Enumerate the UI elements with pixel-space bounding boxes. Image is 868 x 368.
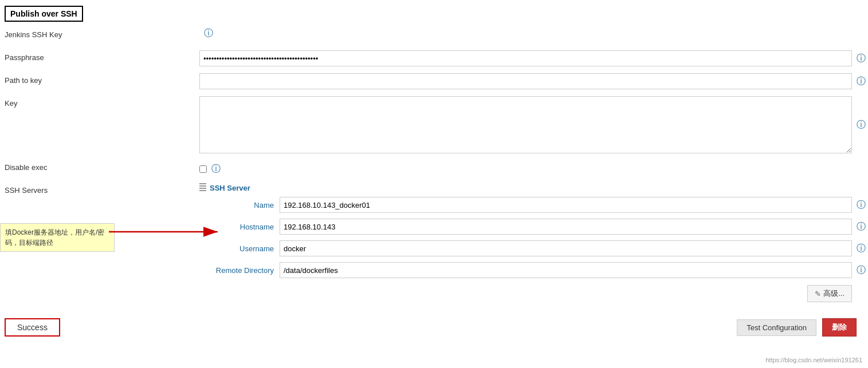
username-label: Username: [199, 244, 280, 253]
path-to-key-help-icon[interactable]: ⓘ: [857, 76, 868, 88]
annotation-text: 填Docker服务器地址，用户名/密码，目标端路径: [5, 228, 104, 247]
key-help-icon[interactable]: ⓘ: [857, 119, 868, 131]
hostname-label: Hostname: [199, 223, 280, 231]
passphrase-row: Passphrase ⓘ: [5, 50, 868, 66]
name-label: Name: [199, 201, 280, 209]
path-to-key-input[interactable]: [199, 73, 852, 89]
username-row: Username ⓘ: [199, 240, 868, 256]
path-to-key-label: Path to key: [5, 73, 199, 85]
delete-button[interactable]: 删除: [822, 318, 857, 337]
ssh-server-header-label: SSH Server: [210, 184, 250, 192]
remote-directory-help-icon[interactable]: ⓘ: [857, 264, 868, 276]
name-input[interactable]: [280, 197, 852, 213]
ssh-server-header: SSH Server: [199, 183, 868, 192]
name-help-icon[interactable]: ⓘ: [857, 199, 868, 211]
key-textarea[interactable]: [199, 96, 852, 153]
ssh-servers-label: SSH Servers: [5, 183, 199, 195]
bottom-bar: Success Test Configuration 删除: [0, 309, 868, 342]
ssh-servers-row: SSH Servers SSH Server Name ⓘ: [5, 183, 868, 302]
jenkins-ssh-key-label: Jenkins SSH Key: [5, 27, 199, 39]
jenkins-ssh-key-row: Jenkins SSH Key ⓘ: [5, 27, 868, 43]
hostname-input[interactable]: [280, 219, 852, 235]
advanced-button[interactable]: ✎ 高级...: [807, 285, 852, 302]
passphrase-help-icon[interactable]: ⓘ: [857, 53, 868, 65]
key-row: Key ⓘ: [5, 96, 868, 153]
passphrase-input[interactable]: [199, 50, 852, 66]
test-configuration-button[interactable]: Test Configuration: [737, 319, 816, 336]
ssh-server-fields: Name ⓘ Hostname ⓘ: [199, 197, 868, 278]
disable-exec-row: Disable exec ⓘ: [5, 160, 868, 176]
success-badge: Success: [5, 318, 60, 337]
username-input[interactable]: [280, 240, 852, 256]
key-label: Key: [5, 96, 199, 108]
drag-handle-icon[interactable]: [199, 183, 206, 192]
remote-directory-input[interactable]: [280, 262, 852, 278]
path-to-key-row: Path to key ⓘ: [5, 73, 868, 89]
hostname-row: Hostname ⓘ: [199, 219, 868, 235]
disable-exec-help-icon[interactable]: ⓘ: [211, 163, 223, 175]
advanced-label: 高级...: [823, 288, 845, 299]
bottom-right: Test Configuration 删除: [737, 318, 857, 337]
jenkins-ssh-key-help-icon[interactable]: ⓘ: [204, 27, 215, 39]
remote-directory-label: Remote Directory: [199, 266, 280, 275]
annotation-box: 填Docker服务器地址，用户名/密码，目标端路径: [0, 223, 115, 252]
disable-exec-label: Disable exec: [5, 160, 199, 172]
hostname-help-icon[interactable]: ⓘ: [857, 221, 868, 233]
watermark: https://blog.csdn.net/weixin191261: [765, 357, 862, 363]
passphrase-label: Passphrase: [5, 50, 199, 62]
disable-exec-checkbox[interactable]: [199, 165, 207, 173]
section-title: Publish over SSH: [5, 6, 83, 22]
remote-directory-row: Remote Directory ⓘ: [199, 262, 868, 278]
edit-icon: ✎: [815, 290, 821, 298]
username-help-icon[interactable]: ⓘ: [857, 243, 868, 255]
name-row: Name ⓘ: [199, 197, 868, 213]
